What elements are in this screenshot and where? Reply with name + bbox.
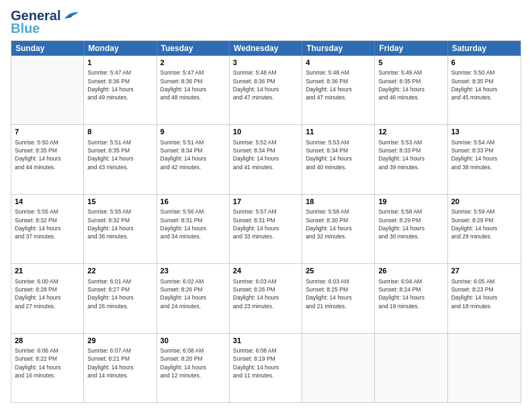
day-number: 5: [378, 58, 443, 68]
day-info: Sunrise: 5:52 AM Sunset: 8:34 PM Dayligh…: [233, 138, 298, 171]
day-cell-27: 27Sunrise: 6:05 AM Sunset: 8:23 PM Dayli…: [448, 264, 521, 332]
day-cell-9: 9Sunrise: 5:51 AM Sunset: 8:34 PM Daylig…: [157, 125, 230, 193]
day-number: 9: [161, 127, 226, 137]
day-cell-3: 3Sunrise: 5:48 AM Sunset: 8:36 PM Daylig…: [230, 56, 302, 124]
weekday-header-sunday: Sunday: [11, 41, 84, 56]
day-number: 29: [87, 336, 152, 346]
day-cell-25: 25Sunrise: 6:03 AM Sunset: 8:25 PM Dayli…: [302, 264, 375, 332]
logo: General Blue: [11, 8, 81, 35]
day-info: Sunrise: 5:58 AM Sunset: 8:29 PM Dayligh…: [378, 208, 443, 240]
day-number: 17: [233, 197, 298, 207]
day-number: 28: [15, 336, 80, 346]
day-number: 22: [87, 266, 152, 276]
weekday-header-friday: Friday: [375, 41, 447, 56]
day-cell-14: 14Sunrise: 5:55 AM Sunset: 8:32 PM Dayli…: [11, 195, 84, 263]
day-info: Sunrise: 6:08 AM Sunset: 8:19 PM Dayligh…: [233, 347, 298, 379]
day-number: 25: [306, 266, 371, 276]
weekday-header-thursday: Thursday: [302, 41, 375, 56]
calendar: SundayMondayTuesdayWednesdayThursdayFrid…: [11, 40, 521, 403]
day-info: Sunrise: 5:59 AM Sunset: 8:29 PM Dayligh…: [451, 208, 517, 240]
day-cell-17: 17Sunrise: 5:57 AM Sunset: 8:31 PM Dayli…: [230, 195, 302, 263]
day-cell-28: 28Sunrise: 6:06 AM Sunset: 8:22 PM Dayli…: [11, 334, 84, 402]
day-info: Sunrise: 5:50 AM Sunset: 8:35 PM Dayligh…: [451, 68, 517, 101]
calendar-row-1: 7Sunrise: 5:50 AM Sunset: 8:35 PM Daylig…: [11, 124, 521, 193]
day-number: 16: [161, 197, 226, 207]
day-cell-23: 23Sunrise: 6:02 AM Sunset: 8:26 PM Dayli…: [157, 264, 230, 332]
day-number: 30: [161, 336, 226, 346]
day-number: 21: [15, 266, 80, 276]
page: General Blue SundayMondayTuesdayWednesda…: [0, 0, 532, 411]
calendar-body: 1Sunrise: 5:47 AM Sunset: 8:36 PM Daylig…: [11, 56, 521, 402]
day-info: Sunrise: 5:53 AM Sunset: 8:33 PM Dayligh…: [378, 138, 443, 171]
day-number: 23: [161, 266, 226, 276]
day-cell-empty-4-6: [448, 334, 521, 402]
day-number: 10: [233, 127, 298, 137]
day-number: 31: [233, 336, 298, 346]
day-cell-24: 24Sunrise: 6:03 AM Sunset: 8:26 PM Dayli…: [230, 264, 302, 332]
day-cell-1: 1Sunrise: 5:47 AM Sunset: 8:36 PM Daylig…: [84, 56, 157, 124]
day-info: Sunrise: 6:02 AM Sunset: 8:26 PM Dayligh…: [161, 277, 226, 310]
day-number: 8: [87, 127, 152, 137]
day-cell-15: 15Sunrise: 5:55 AM Sunset: 8:32 PM Dayli…: [84, 195, 157, 263]
day-info: Sunrise: 5:50 AM Sunset: 8:35 PM Dayligh…: [15, 138, 80, 171]
calendar-header: SundayMondayTuesdayWednesdayThursdayFrid…: [11, 41, 521, 56]
day-cell-7: 7Sunrise: 5:50 AM Sunset: 8:35 PM Daylig…: [11, 125, 84, 193]
day-number: 24: [233, 266, 298, 276]
day-cell-10: 10Sunrise: 5:52 AM Sunset: 8:34 PM Dayli…: [230, 125, 302, 193]
day-cell-12: 12Sunrise: 5:53 AM Sunset: 8:33 PM Dayli…: [375, 125, 447, 193]
day-number: 27: [451, 266, 517, 276]
day-info: Sunrise: 5:57 AM Sunset: 8:31 PM Dayligh…: [233, 208, 298, 240]
calendar-row-0: 1Sunrise: 5:47 AM Sunset: 8:36 PM Daylig…: [11, 56, 521, 124]
day-info: Sunrise: 5:55 AM Sunset: 8:32 PM Dayligh…: [87, 208, 152, 240]
day-info: Sunrise: 6:03 AM Sunset: 8:25 PM Dayligh…: [306, 277, 371, 310]
day-cell-4: 4Sunrise: 5:48 AM Sunset: 8:36 PM Daylig…: [302, 56, 375, 124]
day-number: 20: [451, 197, 517, 207]
day-info: Sunrise: 5:48 AM Sunset: 8:36 PM Dayligh…: [306, 68, 371, 101]
weekday-header-monday: Monday: [84, 41, 157, 56]
day-info: Sunrise: 5:56 AM Sunset: 8:31 PM Dayligh…: [161, 208, 226, 240]
day-info: Sunrise: 6:03 AM Sunset: 8:26 PM Dayligh…: [233, 277, 298, 310]
day-cell-empty-4-4: [302, 334, 375, 402]
day-info: Sunrise: 5:51 AM Sunset: 8:34 PM Dayligh…: [161, 138, 226, 171]
day-cell-29: 29Sunrise: 6:07 AM Sunset: 8:21 PM Dayli…: [84, 334, 157, 402]
day-number: 6: [451, 58, 517, 68]
day-number: 11: [306, 127, 371, 137]
calendar-row-4: 28Sunrise: 6:06 AM Sunset: 8:22 PM Dayli…: [11, 333, 521, 402]
day-number: 7: [15, 127, 80, 137]
weekday-header-tuesday: Tuesday: [157, 41, 230, 56]
day-number: 13: [451, 127, 517, 137]
calendar-row-2: 14Sunrise: 5:55 AM Sunset: 8:32 PM Dayli…: [11, 194, 521, 263]
header: General Blue: [11, 8, 521, 35]
day-cell-26: 26Sunrise: 6:04 AM Sunset: 8:24 PM Dayli…: [375, 264, 447, 332]
day-number: 4: [306, 58, 371, 68]
day-info: Sunrise: 5:47 AM Sunset: 8:36 PM Dayligh…: [87, 68, 152, 101]
day-cell-11: 11Sunrise: 5:53 AM Sunset: 8:34 PM Dayli…: [302, 125, 375, 193]
day-info: Sunrise: 5:55 AM Sunset: 8:32 PM Dayligh…: [15, 208, 80, 240]
day-info: Sunrise: 6:07 AM Sunset: 8:21 PM Dayligh…: [87, 347, 152, 379]
logo-blue: Blue: [11, 21, 40, 35]
weekday-header-saturday: Saturday: [448, 41, 521, 56]
day-number: 14: [15, 197, 80, 207]
day-cell-30: 30Sunrise: 6:08 AM Sunset: 8:20 PM Dayli…: [157, 334, 230, 402]
day-info: Sunrise: 6:05 AM Sunset: 8:23 PM Dayligh…: [451, 277, 517, 310]
day-cell-empty-4-5: [375, 334, 447, 402]
day-cell-empty-0-0: [11, 56, 84, 124]
logo-general: General: [11, 9, 60, 22]
day-number: 18: [306, 197, 371, 207]
day-info: Sunrise: 5:58 AM Sunset: 8:30 PM Dayligh…: [306, 208, 371, 240]
day-number: 19: [378, 197, 443, 207]
day-number: 3: [233, 58, 298, 68]
day-cell-2: 2Sunrise: 5:47 AM Sunset: 8:36 PM Daylig…: [157, 56, 230, 124]
day-info: Sunrise: 6:00 AM Sunset: 8:28 PM Dayligh…: [15, 277, 80, 310]
day-cell-13: 13Sunrise: 5:54 AM Sunset: 8:33 PM Dayli…: [448, 125, 521, 193]
day-cell-20: 20Sunrise: 5:59 AM Sunset: 8:29 PM Dayli…: [448, 195, 521, 263]
day-info: Sunrise: 5:54 AM Sunset: 8:33 PM Dayligh…: [451, 138, 517, 171]
day-cell-18: 18Sunrise: 5:58 AM Sunset: 8:30 PM Dayli…: [302, 195, 375, 263]
calendar-row-3: 21Sunrise: 6:00 AM Sunset: 8:28 PM Dayli…: [11, 263, 521, 332]
day-info: Sunrise: 5:48 AM Sunset: 8:36 PM Dayligh…: [233, 68, 298, 101]
day-cell-16: 16Sunrise: 5:56 AM Sunset: 8:31 PM Dayli…: [157, 195, 230, 263]
day-info: Sunrise: 6:01 AM Sunset: 8:27 PM Dayligh…: [87, 277, 152, 310]
logo-bird-icon: [60, 8, 81, 23]
day-cell-8: 8Sunrise: 5:51 AM Sunset: 8:35 PM Daylig…: [84, 125, 157, 193]
weekday-header-wednesday: Wednesday: [230, 41, 302, 56]
